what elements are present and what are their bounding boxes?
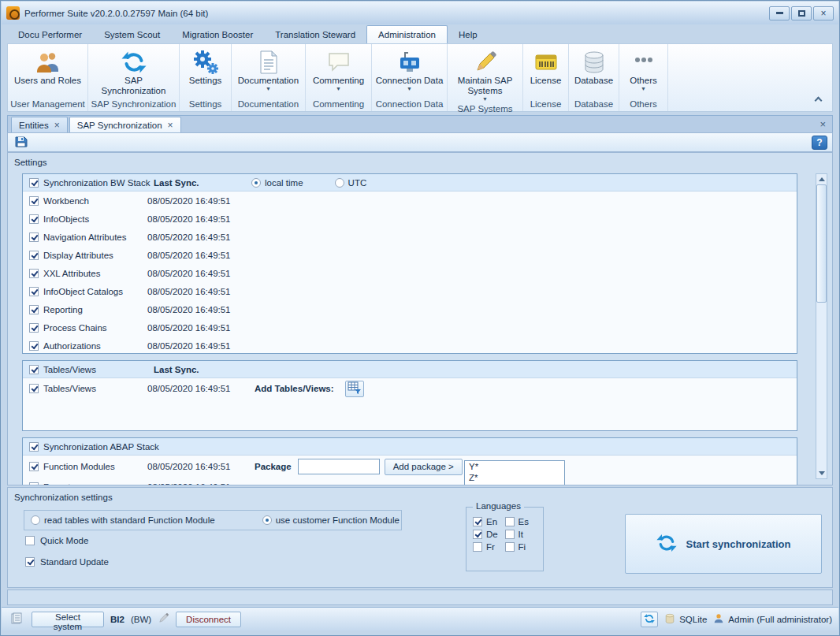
- ribbon-group-database: Database Database: [569, 44, 619, 111]
- database-icon: [664, 613, 675, 626]
- menu-tab-docu-performer[interactable]: Docu Performer: [7, 27, 93, 43]
- sync-arrows-icon: [644, 613, 655, 626]
- standard-fm-radio-group[interactable]: read tables with standard Function Modul…: [31, 515, 215, 525]
- language-de[interactable]: De: [473, 530, 505, 539]
- local-time-radio-group[interactable]: local time: [251, 178, 303, 188]
- language-de-checkbox[interactable]: [473, 530, 482, 539]
- workbench-checkbox[interactable]: [29, 196, 39, 206]
- start-synchronization-button[interactable]: Start synchronization: [625, 514, 822, 574]
- quick-mode-row[interactable]: Quick Mode: [25, 536, 88, 545]
- standard-fm-radio[interactable]: [31, 515, 40, 525]
- reports-checkbox[interactable]: [29, 482, 39, 486]
- commenting-button[interactable]: Commenting ▼: [306, 47, 371, 98]
- maintain-sap-systems-button[interactable]: Maintain SAP Systems ▼: [448, 47, 522, 102]
- report-button[interactable]: [8, 612, 25, 627]
- users-and-roles-button[interactable]: Users and Roles: [8, 47, 87, 98]
- row-label: Display Attributes: [43, 251, 113, 260]
- ribbon-group-caption: Database: [569, 98, 619, 111]
- menu-tab-help[interactable]: Help: [448, 27, 489, 43]
- scroll-up-button[interactable]: [816, 174, 827, 184]
- connection-data-button[interactable]: Connection Data ▼: [372, 47, 447, 98]
- language-fi-checkbox[interactable]: [505, 542, 515, 552]
- infoobjects-checkbox[interactable]: [29, 214, 39, 224]
- language-fi[interactable]: Fi: [505, 542, 537, 552]
- customer-fm-label: use customer Function Module: [276, 515, 400, 525]
- maximize-button[interactable]: [791, 6, 812, 20]
- language-en[interactable]: En: [473, 517, 505, 526]
- settings-button[interactable]: Settings: [180, 47, 231, 98]
- language-fr-checkbox[interactable]: [473, 542, 482, 552]
- customer-fm-radio[interactable]: [262, 515, 272, 525]
- others-button[interactable]: Others ▼: [619, 47, 667, 98]
- row-label: Function Modules: [43, 462, 115, 471]
- disconnect-button[interactable]: Disconnect: [176, 612, 241, 627]
- reporting-checkbox[interactable]: [29, 305, 39, 314]
- function-modules-checkbox[interactable]: [29, 462, 39, 471]
- language-it[interactable]: It: [505, 530, 537, 539]
- sap-synchronization-button[interactable]: SAP Synchronization: [88, 47, 179, 98]
- arrow-up-icon: [819, 177, 825, 181]
- vertical-scrollbar[interactable]: [816, 173, 827, 479]
- navigation-attributes-checkbox[interactable]: [29, 232, 39, 242]
- process-chains-checkbox[interactable]: [29, 323, 39, 333]
- xxl-attributes-checkbox[interactable]: [29, 269, 39, 278]
- local-time-radio[interactable]: [251, 178, 261, 188]
- customer-fm-radio-group[interactable]: use customer Function Module: [262, 515, 400, 525]
- ribbon-group-caption: Documentation: [232, 98, 305, 111]
- abap-stack-checkbox[interactable]: [29, 442, 39, 452]
- quick-mode-checkbox[interactable]: [25, 536, 35, 545]
- row-label: Reporting: [43, 305, 83, 314]
- language-it-checkbox[interactable]: [505, 530, 515, 539]
- menu-tab-migration-booster[interactable]: Migration Booster: [171, 27, 264, 43]
- tables-views-box: Tables/Views Last Sync. Tables/Views 08/…: [22, 360, 797, 431]
- help-button[interactable]: ?: [812, 136, 827, 150]
- ribbon-button-label: Database: [574, 76, 613, 86]
- package-input[interactable]: [298, 459, 380, 474]
- select-system-button[interactable]: Select system: [32, 612, 104, 627]
- package-list[interactable]: Y* Z*: [464, 460, 565, 485]
- row-timestamp: 08/05/2020 16:49:51: [147, 305, 245, 314]
- infoobject-catalogs-checkbox[interactable]: [29, 287, 39, 296]
- package-list-item[interactable]: Z*: [465, 472, 564, 483]
- user-icon: [713, 613, 724, 626]
- edit-connection-icon[interactable]: [158, 612, 169, 626]
- authorizations-checkbox[interactable]: [29, 341, 39, 351]
- documentation-button[interactable]: Documentation ▼: [232, 47, 305, 98]
- close-tab-icon[interactable]: ×: [820, 118, 826, 130]
- tables-views-header-checkbox[interactable]: [29, 365, 39, 374]
- ribbon-group-caption: License: [523, 98, 568, 111]
- minimize-button[interactable]: [769, 6, 790, 20]
- bw-row: InfoObject Catalogs08/05/2020 16:49:51: [23, 282, 797, 300]
- standard-update-checkbox[interactable]: [25, 557, 35, 567]
- display-attributes-checkbox[interactable]: [29, 251, 39, 260]
- close-icon[interactable]: ×: [168, 121, 173, 130]
- database-button[interactable]: Database: [569, 47, 619, 98]
- license-button[interactable]: License: [523, 47, 568, 98]
- synchronization-settings-panel: Synchronization settings read tables wit…: [7, 487, 833, 588]
- language-es-checkbox[interactable]: [505, 517, 515, 526]
- add-tables-views-button[interactable]: [345, 381, 364, 397]
- add-package-button[interactable]: Add package >: [385, 459, 463, 475]
- ribbon-collapse-button[interactable]: [812, 94, 824, 105]
- close-button[interactable]: ×: [813, 6, 834, 20]
- sync-status-button[interactable]: [641, 612, 658, 627]
- standard-update-row[interactable]: Standard Update: [25, 557, 109, 567]
- save-button[interactable]: [13, 135, 30, 151]
- bw-stack-checkbox[interactable]: [29, 178, 39, 188]
- scrollbar-thumb[interactable]: [816, 184, 827, 303]
- close-icon[interactable]: ×: [54, 121, 60, 130]
- menu-tab-translation-steward[interactable]: Translation Steward: [264, 27, 366, 43]
- ribbon-group-caption: SAP Synchronization: [88, 98, 179, 111]
- tables-views-checkbox[interactable]: [29, 384, 39, 393]
- language-fr[interactable]: Fr: [473, 542, 505, 552]
- tab-sap-synchronization[interactable]: SAP Synchronization ×: [69, 117, 181, 132]
- menu-tab-system-scout[interactable]: System Scout: [93, 27, 171, 43]
- utc-radio-group[interactable]: UTC: [335, 178, 367, 188]
- utc-radio[interactable]: [335, 178, 344, 188]
- tab-entities[interactable]: Entities ×: [11, 117, 68, 132]
- scroll-down-button[interactable]: [816, 468, 827, 478]
- language-en-checkbox[interactable]: [473, 517, 482, 526]
- menu-tab-administration[interactable]: Administration: [366, 25, 448, 43]
- language-es[interactable]: Es: [505, 517, 537, 526]
- package-list-item[interactable]: Y*: [465, 461, 564, 472]
